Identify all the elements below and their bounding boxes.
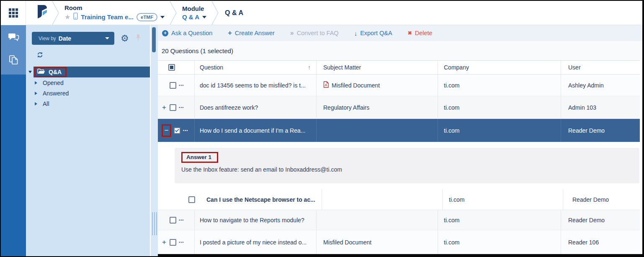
tree-root-selected-row[interactable]: Q&A	[33, 67, 150, 77]
user-cell: Admin 103	[568, 104, 596, 111]
tree-item-label: Opened	[43, 80, 64, 86]
select-all-checkbox[interactable]	[168, 64, 175, 71]
column-header-question[interactable]: Question	[200, 64, 223, 71]
module-value: Q & A	[182, 13, 199, 21]
expand-row-plus-icon[interactable]: +	[161, 104, 167, 111]
user-cell: Ashley Admin	[568, 82, 604, 89]
company-cell: ti.com	[444, 104, 459, 111]
export-qa-button[interactable]: ↓ Export Q&A	[354, 30, 392, 36]
expand-row-plus-icon[interactable]: +	[161, 239, 167, 246]
table-row-selected[interactable]: − ••• How do I send a document if I'm a …	[158, 119, 640, 142]
row-checkbox[interactable]	[170, 239, 176, 246]
row-checkbox[interactable]	[170, 104, 176, 111]
tree-item-opened[interactable]: Opened	[26, 77, 150, 88]
subject-cell: Regulatory Affairs	[323, 104, 369, 111]
view-by-dropdown[interactable]: View by Date	[32, 32, 114, 45]
convert-to-faq-button[interactable]: » Convert to FAQ	[290, 30, 339, 36]
create-answer-label: Create Answer	[235, 30, 275, 36]
room-label: Room	[64, 4, 165, 11]
question-cell: Does antifreeze work?	[200, 104, 258, 111]
row-checkbox[interactable]	[170, 217, 176, 224]
user-cell: Reader Demo	[568, 217, 605, 224]
app-grid-icon[interactable]	[9, 8, 18, 18]
row-actions-ellipsis-icon[interactable]: •••	[179, 83, 184, 87]
table-row[interactable]: + ••• I posted a picture of my niece ins…	[158, 230, 640, 254]
create-answer-button[interactable]: + Create Answer	[228, 30, 274, 36]
row-actions-ellipsis-icon[interactable]: •••	[179, 218, 184, 222]
table-row[interactable]: ••• How to navigate to the Reports modul…	[158, 210, 640, 230]
settings-gear-icon[interactable]: ⚙	[121, 34, 129, 43]
tree-item-answered[interactable]: Answered	[26, 88, 150, 98]
brand-logo-icon[interactable]	[35, 4, 49, 22]
tree-root-qa[interactable]: Q&A	[26, 67, 150, 77]
refresh-icon[interactable]	[36, 52, 44, 59]
table-header-row: Question ↑ Subject Matter Company User	[158, 60, 640, 75]
room-breadcrumb: Room ★ Training Team e... eTMF	[60, 4, 169, 21]
delete-label: Delete	[415, 30, 433, 36]
main-content: + Ask a Question + Create Answer » Conve…	[158, 25, 642, 256]
question-cell: I posted a picture of my niece instead o…	[200, 239, 307, 246]
row-checkbox[interactable]	[188, 196, 195, 203]
splitter-grip-handle[interactable]	[152, 212, 157, 235]
breadcrumb-separator-icon	[211, 1, 220, 25]
tree-expand-caret-icon[interactable]	[28, 71, 32, 73]
delete-x-icon: ✖	[408, 31, 412, 36]
module-selector[interactable]: Q & A	[182, 13, 206, 21]
module-breadcrumb: Module Q & A	[178, 5, 211, 21]
column-header-subject-matter[interactable]: Subject Matter	[323, 64, 361, 71]
mobile-device-icon	[73, 13, 78, 21]
pdf-document-icon	[323, 81, 329, 89]
company-cell: ti.com	[449, 196, 464, 203]
room-name-link[interactable]: Training Team e...	[81, 13, 134, 21]
ask-a-question-button[interactable]: + Ask a Question	[162, 30, 212, 36]
room-dropdown-caret-icon[interactable]	[160, 16, 165, 18]
annotation-box-collapse: −	[162, 124, 171, 137]
row-checkbox-checked[interactable]	[174, 127, 180, 134]
answer-panel: Answer 1 Use the Inbox feature: send an …	[175, 148, 639, 183]
row-actions-ellipsis-icon[interactable]: •••	[179, 240, 184, 244]
company-cell: ti.com	[444, 82, 459, 89]
subject-cell: Misfiled Document	[332, 82, 380, 89]
question-count-summary: 20 Questions (1 selected)	[158, 41, 642, 60]
table-row-unread[interactable]: Can I use the Netscape browser to ac... …	[158, 189, 640, 210]
tree-collapsed-caret-icon[interactable]	[35, 102, 37, 105]
sidebar-scrollbar-thumb[interactable]	[152, 27, 156, 52]
row-actions-ellipsis-icon[interactable]: •••	[179, 105, 184, 110]
favorite-star-icon[interactable]: ★	[64, 14, 70, 21]
user-cell: Reader 106	[568, 239, 599, 246]
plus-icon: +	[228, 30, 232, 36]
breadcrumb-separator-icon	[51, 1, 60, 25]
tree-item-label: Answered	[43, 90, 69, 97]
user-cell: Reader Demo	[572, 196, 609, 203]
question-table: Question ↑ Subject Matter Company User •…	[158, 60, 640, 254]
question-cell: How do I send a document if I'm a Rea...	[200, 127, 305, 134]
collapse-row-minus-icon[interactable]: −	[164, 127, 170, 134]
pin-icon[interactable]	[135, 34, 141, 43]
tree-root-label: Q&A	[49, 69, 62, 75]
view-by-caret-icon	[105, 37, 109, 39]
company-cell: ti.com	[444, 239, 459, 246]
row-checkbox[interactable]	[170, 82, 176, 89]
top-header: Room ★ Training Team e... eTMF Module Q …	[26, 1, 642, 25]
qa-folder-tree: Q&A Opened Answered All	[26, 67, 150, 109]
table-row[interactable]: + ••• Does antifreeze work? Regulatory A…	[158, 96, 640, 119]
tree-collapsed-caret-icon[interactable]	[35, 92, 37, 95]
tree-item-all[interactable]: All	[26, 98, 150, 109]
user-cell: Reader Demo	[568, 127, 605, 134]
tree-collapsed-caret-icon[interactable]	[35, 81, 37, 85]
table-row[interactable]: ••• doc id 13456 seems to be misfiled? i…	[158, 75, 640, 96]
column-header-company[interactable]: Company	[444, 64, 469, 71]
row-actions-ellipsis-icon[interactable]: •••	[183, 128, 188, 133]
chat-bubbles-icon[interactable]	[8, 33, 19, 44]
view-by-value: Date	[59, 35, 71, 42]
module-label: Module	[182, 5, 206, 12]
download-arrow-icon: ↓	[354, 30, 358, 36]
export-qa-label: Export Q&A	[360, 30, 392, 36]
delete-button[interactable]: ✖ Delete	[408, 30, 433, 36]
qa-toolbar: + Ask a Question + Create Answer » Conve…	[158, 25, 642, 41]
column-header-user[interactable]: User	[568, 64, 581, 71]
documents-icon[interactable]	[9, 55, 18, 67]
sort-ascending-icon[interactable]: ↑	[308, 64, 311, 71]
answer-text: Use the Inbox feature: send an email to …	[181, 166, 633, 173]
double-chevron-icon: »	[290, 30, 294, 36]
